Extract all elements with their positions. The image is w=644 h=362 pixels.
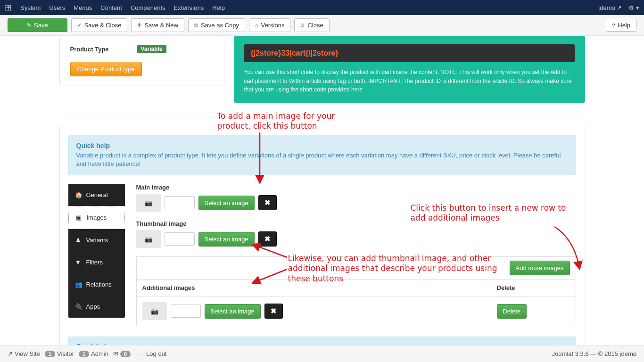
joomla-icon[interactable]: ⊞ bbox=[5, 2, 12, 13]
menubar-left: ⊞ System Users Menus Content Components … bbox=[5, 2, 225, 13]
menu-users[interactable]: Users bbox=[49, 4, 65, 11]
check-icon: ✔ bbox=[77, 22, 82, 28]
menu-content[interactable]: Content bbox=[100, 4, 122, 11]
menu-components[interactable]: Components bbox=[131, 4, 165, 11]
gear-icon[interactable]: ⚙ ▾ bbox=[628, 4, 639, 11]
save-copy-button[interactable]: ⧉Save as Copy bbox=[188, 18, 245, 32]
save-button[interactable]: ✎Save bbox=[8, 18, 67, 32]
menu-system[interactable]: System bbox=[20, 4, 41, 11]
menu-menus[interactable]: Menus bbox=[74, 4, 92, 11]
plus-icon: ✚ bbox=[137, 22, 141, 28]
toolbar-left: ✎Save ✔Save & Close ✚Save & New ⧉Save as… bbox=[8, 18, 330, 32]
menu-extensions[interactable]: Extensions bbox=[174, 4, 204, 11]
help-button[interactable]: ?Help bbox=[606, 19, 636, 32]
toolbar-right: ?Help bbox=[606, 19, 636, 32]
check-icon: ✎ bbox=[27, 22, 31, 28]
versions-button[interactable]: ⌂Versions bbox=[249, 18, 291, 32]
close-button[interactable]: ⊘Close bbox=[294, 18, 329, 32]
save-close-button[interactable]: ✔Save & Close bbox=[71, 18, 128, 32]
cancel-icon: ⊘ bbox=[300, 22, 305, 28]
action-toolbar: ✎Save ✔Save & Close ✚Save & New ⧉Save as… bbox=[0, 15, 644, 36]
save-new-button[interactable]: ✚Save & New bbox=[131, 18, 184, 32]
question-icon: ? bbox=[612, 23, 615, 28]
menu-help[interactable]: Help bbox=[212, 4, 225, 11]
user-menu[interactable]: jdemo ↗ bbox=[598, 4, 622, 11]
archive-icon: ⌂ bbox=[255, 23, 258, 28]
copy-icon: ⧉ bbox=[194, 22, 198, 28]
menubar-right: jdemo ↗ ⚙ ▾ bbox=[598, 4, 639, 11]
top-menubar: ⊞ System Users Menus Content Components … bbox=[0, 0, 644, 15]
